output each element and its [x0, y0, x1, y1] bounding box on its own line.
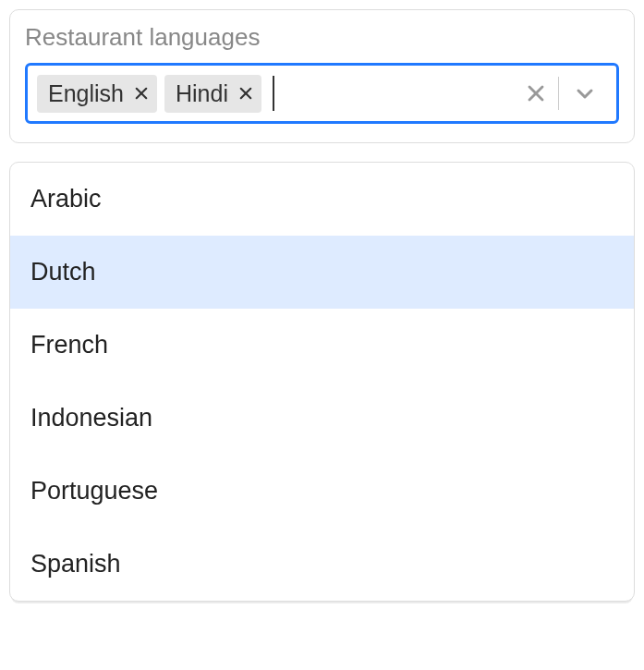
multiselect-field: Restaurant languages English Hindi: [9, 9, 635, 143]
text-cursor: [273, 76, 274, 111]
field-label: Restaurant languages: [25, 23, 619, 52]
remove-chip-icon[interactable]: [133, 85, 150, 102]
dropdown-option[interactable]: Spanish: [10, 528, 634, 601]
chip-label: English: [48, 80, 124, 107]
dropdown-option[interactable]: Dutch: [10, 236, 634, 309]
selected-chips: English Hindi: [37, 75, 514, 113]
selected-chip: Hindi: [164, 75, 261, 113]
select-indicators: [514, 77, 609, 110]
dropdown-option[interactable]: French: [10, 309, 634, 382]
clear-all-icon[interactable]: [514, 82, 558, 104]
remove-chip-icon[interactable]: [237, 85, 254, 102]
dropdown-menu: Arabic Dutch French Indonesian Portugues…: [9, 162, 635, 602]
chip-label: Hindi: [176, 80, 228, 107]
dropdown-option[interactable]: Indonesian: [10, 382, 634, 455]
dropdown-option[interactable]: Arabic: [10, 163, 634, 236]
selected-chip: English: [37, 75, 157, 113]
chevron-down-icon[interactable]: [559, 82, 609, 104]
multiselect-control[interactable]: English Hindi: [25, 63, 619, 124]
dropdown-option[interactable]: Portuguese: [10, 455, 634, 528]
